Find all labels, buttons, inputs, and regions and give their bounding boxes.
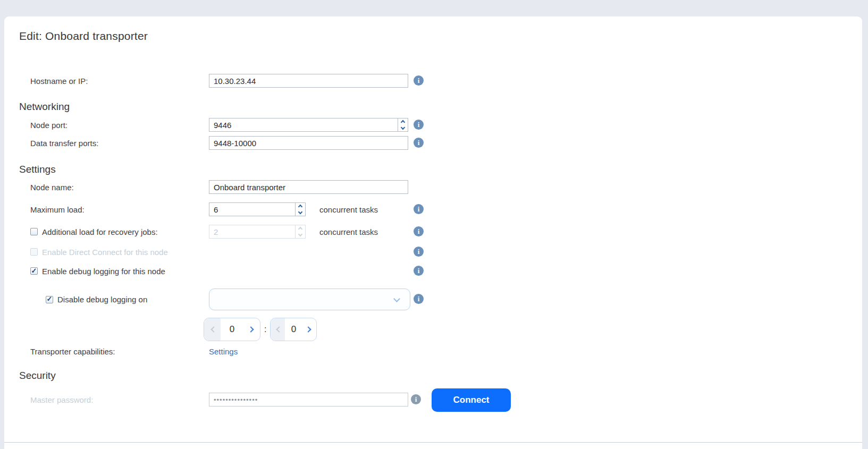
additional-load-spin-buttons bbox=[295, 225, 305, 238]
node-port-info-icon[interactable]: i bbox=[414, 120, 424, 130]
maximum-load-input[interactable] bbox=[209, 202, 306, 216]
hours-increment-button[interactable] bbox=[243, 318, 260, 341]
data-transfer-ports-info-icon[interactable]: i bbox=[414, 138, 424, 148]
section-networking: Networking bbox=[19, 101, 70, 113]
node-name-row: Node name: bbox=[30, 180, 408, 194]
additional-load-info-icon[interactable]: i bbox=[414, 226, 424, 236]
hours-value: 0 bbox=[221, 318, 243, 341]
time-separator: : bbox=[264, 325, 266, 334]
disable-debug-logging-info-icon[interactable]: i bbox=[414, 294, 424, 304]
data-transfer-ports-input[interactable] bbox=[209, 136, 408, 150]
hostname-row: Hostname or IP: bbox=[30, 74, 408, 88]
master-password-info-icon[interactable]: i bbox=[411, 394, 421, 404]
spin-down-icon bbox=[298, 232, 302, 236]
disable-debug-logging-dropdown[interactable] bbox=[209, 289, 410, 310]
minutes-decrement-button[interactable] bbox=[271, 318, 285, 341]
master-password-label: Master password: bbox=[30, 395, 209, 404]
data-transfer-ports-row: Data transfer ports: bbox=[30, 136, 408, 150]
debug-logging-checkbox[interactable] bbox=[30, 267, 38, 275]
node-port-spin-buttons[interactable] bbox=[398, 118, 408, 131]
hostname-input[interactable] bbox=[209, 74, 408, 88]
transporter-capabilities-settings-link[interactable]: Settings bbox=[209, 347, 238, 356]
node-port-input[interactable] bbox=[209, 118, 408, 132]
node-port-spinner bbox=[209, 118, 408, 132]
dialog-footer-divider bbox=[4, 442, 862, 443]
disable-debug-logging-label: Disable debug logging on bbox=[57, 295, 147, 304]
additional-load-input bbox=[209, 225, 306, 239]
additional-load-row: Additional load for recovery jobs: concu… bbox=[30, 225, 378, 239]
maximum-load-row: Maximum load: concurrent tasks bbox=[30, 202, 378, 216]
direct-connect-row: Enable Direct Connect for this node bbox=[30, 245, 168, 259]
additional-load-spinner bbox=[209, 225, 306, 239]
additional-load-checkbox[interactable] bbox=[30, 228, 38, 235]
node-port-row: Node port: bbox=[30, 118, 408, 132]
spin-up-icon[interactable] bbox=[401, 120, 405, 124]
spin-down-icon[interactable] bbox=[298, 210, 302, 214]
data-transfer-ports-label: Data transfer ports: bbox=[30, 139, 209, 148]
hours-stepper: 0 bbox=[204, 318, 260, 341]
master-password-input bbox=[209, 393, 408, 406]
connect-button[interactable]: Connect bbox=[432, 388, 511, 412]
chevron-left-icon bbox=[276, 326, 282, 332]
node-name-label: Node name: bbox=[30, 183, 209, 192]
chevron-right-icon bbox=[305, 326, 311, 332]
direct-connect-label: Enable Direct Connect for this node bbox=[42, 248, 168, 257]
section-settings: Settings bbox=[19, 164, 56, 175]
edit-transporter-dialog: Edit: Onboard transporter Hostname or IP… bbox=[4, 16, 862, 449]
disable-debug-logging-checkbox[interactable] bbox=[46, 296, 53, 303]
spin-up-icon bbox=[298, 227, 302, 231]
debug-logging-row: Enable debug logging for this node bbox=[30, 264, 165, 278]
dialog-title: Edit: Onboard transporter bbox=[19, 30, 148, 43]
spin-down-icon[interactable] bbox=[401, 125, 405, 130]
debug-logging-info-icon[interactable]: i bbox=[414, 266, 424, 276]
maximum-load-spin-buttons[interactable] bbox=[295, 203, 305, 216]
master-password-row: Master password: bbox=[30, 393, 408, 406]
chevron-down-icon bbox=[393, 295, 400, 302]
disable-debug-logging-row: Disable debug logging on bbox=[30, 289, 410, 310]
node-port-label: Node port: bbox=[30, 121, 209, 130]
transporter-capabilities-label: Transporter capabilities: bbox=[30, 347, 209, 356]
maximum-load-suffix: concurrent tasks bbox=[319, 205, 378, 214]
hostname-label: Hostname or IP: bbox=[30, 77, 209, 86]
direct-connect-checkbox bbox=[30, 248, 38, 256]
transporter-capabilities-row: Transporter capabilities: Settings bbox=[30, 344, 238, 358]
chevron-left-icon bbox=[210, 326, 216, 332]
additional-load-suffix: concurrent tasks bbox=[319, 227, 378, 236]
section-security: Security bbox=[19, 370, 56, 382]
node-name-input[interactable] bbox=[209, 180, 408, 194]
minutes-increment-button[interactable] bbox=[302, 318, 316, 341]
hours-decrement-button[interactable] bbox=[204, 318, 221, 341]
maximum-load-spinner bbox=[209, 202, 306, 216]
maximum-load-label: Maximum load: bbox=[30, 205, 209, 214]
maximum-load-info-icon[interactable]: i bbox=[414, 204, 424, 214]
chevron-right-icon bbox=[248, 326, 254, 332]
minutes-value: 0 bbox=[285, 318, 302, 341]
hostname-info-icon[interactable]: i bbox=[414, 75, 424, 86]
debug-stop-time-row: 0 : 0 bbox=[204, 318, 317, 341]
debug-logging-label: Enable debug logging for this node bbox=[42, 267, 165, 276]
spin-up-icon[interactable] bbox=[298, 205, 302, 209]
direct-connect-info-icon[interactable]: i bbox=[414, 247, 424, 257]
additional-load-label: Additional load for recovery jobs: bbox=[42, 227, 158, 236]
minutes-stepper: 0 bbox=[270, 318, 317, 341]
